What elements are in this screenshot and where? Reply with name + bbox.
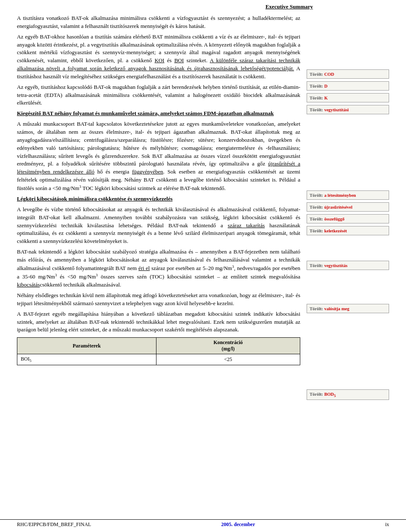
- sidebar: Törölt: COD Törölt: D Törölt: K Törölt: …: [304, 12, 393, 407]
- emissions-table: Paraméterek Koncentráció(mg/l) BOI5 <25: [17, 337, 300, 365]
- table-cell-param: BOI5: [17, 354, 156, 365]
- table-header-concentration: Koncentráció(mg/l): [156, 338, 300, 354]
- page-title: Executive Summary: [266, 3, 313, 10]
- paragraph-5: A levegőbe és vízbe történő kibocsátások…: [17, 206, 300, 245]
- footer-page-number: ix: [385, 521, 389, 528]
- paragraph-7: Néhány elsődleges technikán kívül nem ál…: [17, 292, 300, 308]
- table-row: BOI5 <25: [17, 354, 300, 365]
- sidebar-box-vegytisztitasi: Törölt: vegytisztítási: [307, 105, 389, 114]
- section1-heading: Kiegészítő BAT néhány folyamat és munkam…: [17, 110, 300, 118]
- sidebar-box-vegytisztitas: Törölt: vegytisztítás: [307, 261, 389, 270]
- sidebar-box-ujrasurityesevel: Törölt: újrasűrítésével: [307, 202, 389, 212]
- footer-date: 2005. december: [221, 521, 255, 528]
- page-header: Executive Summary: [0, 0, 406, 12]
- paragraph-2: Az egyéb BAT-okhoz hasonlóan a tisztítás…: [17, 33, 300, 81]
- section2-heading: Légköri kibocsátások minimálisra csökken…: [17, 195, 300, 203]
- sidebar-group-3: Törölt: vegytisztítás: [307, 261, 389, 270]
- paragraph-6: BAT-nak tekintendő a légköri kibocsátást…: [17, 248, 300, 289]
- sidebar-box-bod5: Törölt: BOD5: [307, 389, 389, 400]
- sidebar-box-k: Törölt: K: [307, 93, 389, 102]
- sidebar-group-5: Törölt: BOD5: [307, 389, 389, 400]
- table-header-params: Paraméterek: [17, 338, 156, 354]
- sidebar-box-osszefuggo: Törölt: összefüggő: [307, 214, 389, 223]
- text-column: A tisztításra vonatkozó BAT-ok alkalmazá…: [0, 12, 304, 407]
- table-cell-value: <25: [156, 354, 300, 365]
- footer-document-id: RHC/EIPPCB/FDM_BREF_FINAL: [17, 521, 91, 528]
- sidebar-group-4: Törölt: valósítja meg: [307, 304, 389, 313]
- sidebar-box-keletkezeset: Törölt: keletkezését: [307, 226, 389, 235]
- paragraph-1: A tisztításra vonatkozó BAT-ok alkalmazá…: [17, 14, 300, 30]
- sidebar-box-cod: Törölt: COD: [307, 69, 389, 79]
- paragraph-3: Az egyéb, tisztításhoz kapcsolódó BAT-ok…: [17, 83, 300, 108]
- page: Executive Summary A tisztításra vonatkoz…: [0, 0, 406, 532]
- sidebar-box-valositja: Törölt: valósítja meg: [307, 304, 389, 313]
- sidebar-group-1: Törölt: COD Törölt: D Törölt: K Törölt: …: [307, 69, 389, 114]
- sidebar-group-2: Törölt: a létesítményben Törölt: újrasűr…: [307, 190, 389, 235]
- page-footer: RHC/EIPPCB/FDM_BREF_FINAL 2005. december…: [0, 519, 406, 528]
- main-content: A tisztításra vonatkozó BAT-ok alkalmazá…: [0, 12, 406, 407]
- sidebar-box-d: Törölt: D: [307, 81, 389, 91]
- paragraph-8: A BAT-fejezet egyéb megállapítása hiányá…: [17, 310, 300, 334]
- sidebar-box-letesitmenyben: Törölt: a létesítményben: [307, 190, 389, 200]
- paragraph-4: A műszaki munkacsoport BAT-tal kapcsolat…: [17, 120, 300, 193]
